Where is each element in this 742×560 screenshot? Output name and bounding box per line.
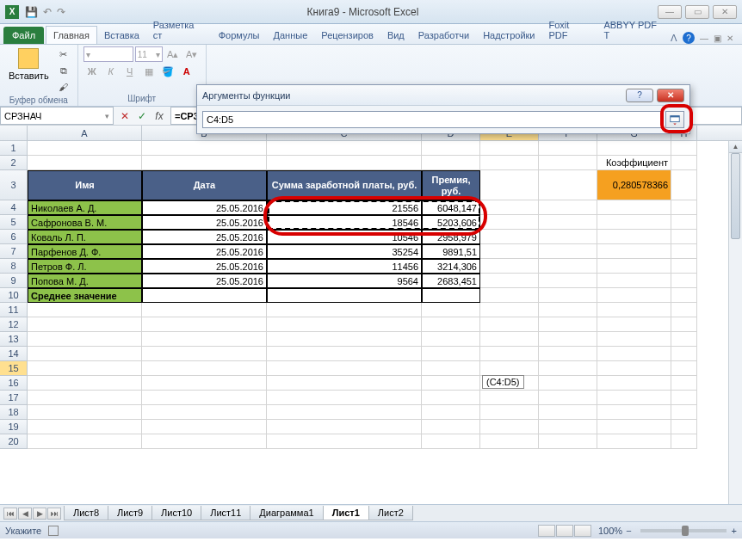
- vertical-scrollbar[interactable]: ▲: [728, 141, 742, 504]
- maximize-button[interactable]: ▭: [685, 5, 709, 19]
- sheet-tab-bar: ⏮ ◀ ▶ ⏭ Лист8 Лист9 Лист10 Лист11 Диагра…: [0, 504, 742, 521]
- name-box-dropdown-icon[interactable]: ▾: [105, 112, 109, 120]
- clipboard-icon: [18, 48, 39, 69]
- tab-insert[interactable]: Вставка: [97, 27, 146, 44]
- sheet-tab[interactable]: Лист2: [368, 506, 413, 520]
- zoom-level[interactable]: 100%: [598, 526, 622, 536]
- macro-record-icon[interactable]: [48, 526, 59, 536]
- sheet-nav-prev-icon[interactable]: ◀: [18, 508, 32, 520]
- coef-label[interactable]: Коэффициент: [597, 156, 671, 170]
- doc-close-icon[interactable]: ✕: [727, 34, 733, 43]
- status-bar: Укажите 100% − +: [0, 521, 742, 538]
- row-header[interactable]: 7: [0, 244, 28, 259]
- format-painter-icon[interactable]: 🖌: [55, 79, 72, 95]
- doc-minimize-icon[interactable]: —: [700, 34, 708, 43]
- ribbon-tabs: Файл Главная Вставка Разметка ст Формулы…: [0, 24, 742, 45]
- close-window-button[interactable]: ✕: [713, 5, 737, 19]
- row-header[interactable]: 1: [0, 141, 28, 156]
- view-normal-icon[interactable]: [538, 525, 555, 537]
- bold-icon[interactable]: Ж: [83, 64, 101, 79]
- italic-icon[interactable]: К: [102, 64, 120, 79]
- paste-button[interactable]: Вставить: [5, 46, 53, 83]
- hdr-bonus[interactable]: Премия, руб.: [422, 170, 480, 200]
- ribbon-minimize-icon[interactable]: ᐱ: [671, 33, 677, 44]
- row-header[interactable]: 4: [0, 200, 28, 215]
- paste-label: Вставить: [9, 71, 49, 81]
- hdr-date[interactable]: Дата: [142, 170, 267, 200]
- row-header[interactable]: 10: [0, 288, 28, 303]
- view-layout-icon[interactable]: [556, 525, 573, 537]
- status-mode: Укажите: [5, 526, 41, 536]
- svg-rect-1: [671, 116, 680, 118]
- sheet-tab[interactable]: Лист11: [201, 506, 250, 520]
- help-icon[interactable]: ?: [683, 32, 695, 44]
- file-tab[interactable]: Файл: [3, 27, 44, 44]
- tab-abbyy[interactable]: ABBYY PDF T: [597, 16, 671, 44]
- sheet-nav-last-icon[interactable]: ⏭: [47, 508, 61, 520]
- zoom-slider[interactable]: [640, 529, 727, 532]
- accept-formula-icon[interactable]: ✓: [134, 108, 150, 124]
- font-family-select[interactable]: ▾: [83, 46, 133, 62]
- scroll-up-icon[interactable]: ▲: [729, 141, 742, 153]
- avg-label[interactable]: Среднее значение: [28, 288, 142, 303]
- tab-home[interactable]: Главная: [46, 26, 97, 44]
- col-header-a[interactable]: A: [28, 126, 142, 140]
- sheet-nav-first-icon[interactable]: ⏮: [3, 508, 17, 520]
- border-icon[interactable]: ▦: [140, 64, 158, 79]
- increase-font-icon[interactable]: A▴: [164, 46, 182, 62]
- cancel-formula-icon[interactable]: ✕: [117, 108, 133, 124]
- name-box-value: СРЗНАЧ: [4, 111, 41, 121]
- qat-redo-icon[interactable]: ↷: [57, 6, 65, 18]
- qat-save-icon[interactable]: 💾: [25, 6, 38, 18]
- font-color-icon[interactable]: A: [178, 64, 195, 79]
- row-header[interactable]: 3: [0, 170, 28, 200]
- copy-icon[interactable]: ⧉: [55, 63, 72, 78]
- row-header[interactable]: 8: [0, 259, 28, 274]
- sheet-nav-next-icon[interactable]: ▶: [33, 508, 46, 520]
- tab-foxit[interactable]: Foxit PDF: [542, 16, 597, 44]
- tab-view[interactable]: Вид: [380, 27, 411, 44]
- qat-undo-icon[interactable]: ↶: [43, 6, 52, 18]
- hdr-name[interactable]: Имя: [28, 170, 142, 200]
- font-group-label: Шрифт: [83, 93, 201, 104]
- fill-color-icon[interactable]: 🪣: [159, 64, 176, 79]
- excel-icon: X: [5, 5, 19, 19]
- doc-restore-icon[interactable]: ▣: [714, 34, 721, 43]
- function-arguments-dialog[interactable]: Аргументы функции ? ✕: [196, 84, 690, 134]
- name-box[interactable]: СРЗНАЧ ▾: [0, 107, 114, 125]
- tab-addins[interactable]: Надстройки: [476, 27, 541, 44]
- scroll-thumb[interactable]: [731, 153, 740, 239]
- range-input[interactable]: [202, 111, 662, 128]
- hdr-salary[interactable]: Сумма заработной платы, руб.: [267, 170, 422, 200]
- row-header[interactable]: 6: [0, 230, 28, 244]
- tab-layout[interactable]: Разметка ст: [146, 16, 212, 44]
- select-all-corner[interactable]: [0, 126, 28, 140]
- tab-formulas[interactable]: Формулы: [212, 27, 267, 44]
- dialog-help-button[interactable]: ?: [626, 89, 653, 102]
- coef-value[interactable]: 0,280578366: [597, 170, 671, 200]
- row-header[interactable]: 2: [0, 156, 28, 170]
- sheet-tab[interactable]: Лист9: [108, 506, 152, 520]
- cut-icon[interactable]: ✂: [55, 46, 72, 62]
- tab-review[interactable]: Рецензиров: [314, 27, 380, 44]
- fx-icon[interactable]: fx: [151, 108, 167, 124]
- clipboard-group-label: Буфер обмена: [5, 95, 72, 106]
- zoom-in-icon[interactable]: +: [732, 526, 737, 536]
- worksheet-grid[interactable]: A B C D E F G H 1 2 Коэффициент 3 Имя Да…: [0, 126, 742, 504]
- row-header[interactable]: 9: [0, 274, 28, 288]
- view-pagebreak-icon[interactable]: [574, 525, 591, 537]
- decrease-font-icon[interactable]: A▾: [183, 46, 201, 62]
- sheet-tab[interactable]: Лист10: [151, 506, 201, 520]
- sheet-tab[interactable]: Диаграмма1: [250, 506, 323, 520]
- row-header[interactable]: 5: [0, 215, 28, 230]
- sheet-tab-active[interactable]: Лист1: [323, 506, 369, 520]
- dialog-close-button[interactable]: ✕: [657, 89, 684, 102]
- zoom-out-icon[interactable]: −: [626, 526, 631, 536]
- sheet-tab[interactable]: Лист8: [64, 506, 108, 520]
- tab-developer[interactable]: Разработчи: [411, 27, 476, 44]
- cell-name[interactable]: Николаев А. Д.: [28, 200, 142, 215]
- expand-dialog-button[interactable]: [665, 111, 684, 128]
- font-size-select[interactable]: 11▾: [135, 46, 163, 62]
- underline-icon[interactable]: Ч: [121, 64, 139, 79]
- tab-data[interactable]: Данные: [267, 27, 315, 44]
